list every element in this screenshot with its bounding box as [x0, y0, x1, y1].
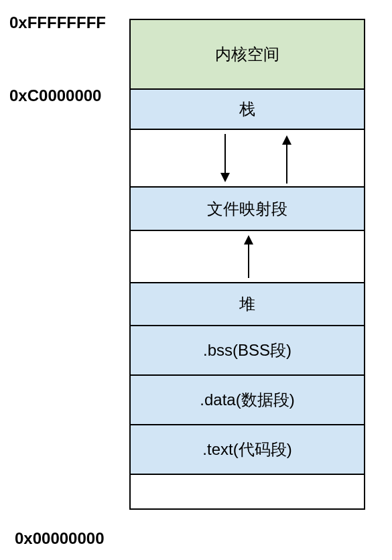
- memory-layout-diagram: 0xFFFFFFFF 0xC0000000 0x00000000 内核空间 栈 …: [0, 0, 392, 560]
- addr-top: 0xFFFFFFFF: [9, 13, 106, 32]
- arrow-stack-down-icon: [224, 134, 226, 181]
- region-bss: .bss(BSS段): [131, 326, 364, 376]
- memory-stack: 内核空间 栈 文件映射段 堆 .bss(BSS段): [129, 19, 365, 510]
- arrow-mmap-up-icon: [286, 137, 287, 184]
- gap-stack-mmap: [131, 130, 364, 188]
- region-data: .data(数据段): [131, 376, 364, 425]
- region-text-label: .text(代码段): [202, 439, 291, 460]
- region-stack-label: 栈: [239, 98, 255, 120]
- region-reserved-bottom: [131, 475, 364, 510]
- region-heap-label: 堆: [239, 293, 255, 315]
- region-mmap-label: 文件映射段: [207, 198, 287, 220]
- gap-mmap-heap: [131, 231, 364, 283]
- region-bss-label: .bss(BSS段): [203, 340, 291, 361]
- region-data-label: .data(数据段): [200, 389, 294, 411]
- addr-bottom: 0x00000000: [15, 529, 104, 548]
- arrow-heap-up-icon: [248, 236, 249, 278]
- addr-kernel-boundary: 0xC0000000: [9, 86, 101, 105]
- region-heap: 堆: [131, 283, 364, 326]
- region-text: .text(代码段): [131, 425, 364, 475]
- region-mmap: 文件映射段: [131, 188, 364, 231]
- region-kernel: 内核空间: [131, 20, 364, 90]
- region-kernel-label: 内核空间: [215, 44, 279, 65]
- region-stack: 栈: [131, 90, 364, 130]
